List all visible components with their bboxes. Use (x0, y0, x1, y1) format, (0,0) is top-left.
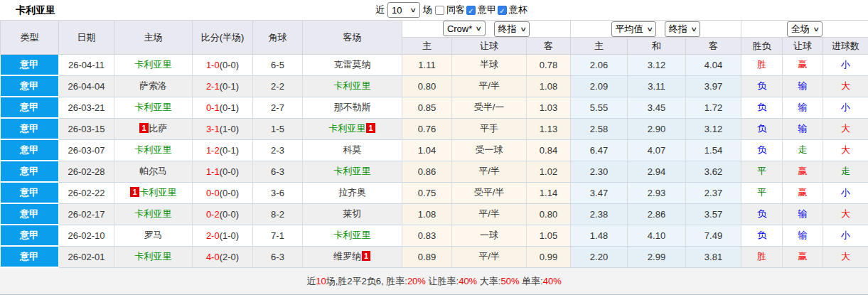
cell-eu-draw-odds: 3.11 (628, 75, 686, 97)
checkbox-label: 同客 (446, 4, 465, 16)
cell-ah-away-odds: 0.78 (527, 55, 571, 76)
cell-eu-home-odds: 2.09 (571, 75, 628, 97)
score-halftime: (0-1) (220, 145, 239, 156)
cell-eu-away-odds: 3.62 (686, 161, 741, 182)
col-header-eu-draw: 和 (628, 38, 686, 55)
cell-ah-away-odds: 1.08 (527, 75, 571, 97)
cell-home-team: 卡利亚里 (114, 203, 193, 225)
cell-eu-away-odds: 2.37 (686, 182, 741, 203)
cell-ah-line: 平手 (452, 118, 527, 139)
cell-date: 26-03-21 (59, 97, 114, 118)
cell-result-handicap: 输 (783, 225, 823, 246)
cell-ah-home-odds: 0.75 (402, 182, 452, 203)
footer-text-segment: 40% (459, 276, 477, 286)
recent-count-value: 10 (392, 5, 402, 16)
table-row: 意甲26-04-04萨索洛2-1(0-1)2-2卡利亚里0.80平/半1.082… (1, 75, 868, 97)
cell-score: 1-0(0-0) (193, 55, 253, 76)
checkbox-icon[interactable] (435, 6, 444, 15)
cell-eu-home-odds: 3.47 (571, 182, 628, 203)
recent-count-select[interactable]: 10 ∨ (387, 2, 420, 18)
score-halftime: (0-0) (220, 166, 239, 177)
eu-time-select[interactable]: 终指 ∨ (665, 21, 701, 37)
team-name: 卡利亚里 (140, 187, 177, 198)
cell-ah-line: 平/半 (452, 161, 527, 182)
cell-eu-draw-odds: 2.94 (628, 161, 686, 182)
cell-eu-draw-odds: 4.10 (628, 225, 686, 246)
filter-checkbox[interactable]: ✓意杯 (498, 4, 527, 16)
col-header-result-goals: 进球数 (823, 38, 868, 55)
cell-ah-away-odds: 0.99 (527, 246, 571, 267)
cell-ah-away-odds: 1.13 (527, 118, 571, 139)
cell-eu-home-odds: 2.06 (571, 55, 628, 76)
ah-time-select[interactable]: 终指 ∨ (494, 21, 530, 37)
cell-eu-home-odds: 2.58 (571, 118, 628, 139)
cell-date: 26-02-01 (59, 246, 114, 267)
cell-home-team: 卡利亚里 (114, 139, 193, 161)
cell-away-team: 卡利亚里 (303, 75, 402, 97)
cell-eu-away-odds: 3.81 (686, 246, 741, 267)
cell-ah-home-odds: 0.86 (402, 161, 452, 182)
team-name: 那不勒斯 (334, 102, 371, 112)
checkbox-label: 意甲 (478, 4, 496, 16)
cell-home-team: 卡利亚里 (114, 246, 193, 267)
cell-ah-line: 受平/半 (452, 182, 527, 203)
match-table-body: 意甲26-04-11卡利亚里1-0(0-0)6-5克雷莫纳1.11半球0.782… (1, 55, 868, 268)
cell-ah-line: 平/半 (452, 75, 527, 97)
cell-score: 4-0(2-0) (193, 246, 253, 267)
cell-result-wdl: 平 (741, 161, 783, 182)
cell-corners: 2-7 (253, 97, 303, 118)
cell-home-team: 卡利亚里 (114, 55, 193, 76)
table-row: 意甲26-02-01卡利亚里4-0(2-0)6-3维罗纳10.89平/半0.99… (1, 246, 868, 267)
cell-ah-home-odds: 1.08 (402, 203, 452, 225)
cell-result-handicap: 输 (783, 203, 823, 225)
team-name: 卡利亚里 (334, 80, 371, 91)
filter-checkbox[interactable]: ✓意甲 (466, 4, 496, 16)
cell-date: 26-02-10 (59, 225, 114, 246)
cell-result-handicap: 走 (783, 139, 823, 161)
result-scope-select[interactable]: 全场 ∨ (787, 21, 823, 37)
score-halftime: (1-0) (220, 230, 239, 241)
team-name: 卡利亚里 (328, 123, 365, 134)
footer-text-segment: 大率: (477, 276, 500, 286)
checkbox-icon[interactable]: ✓ (466, 6, 476, 15)
team-name: 卡利亚里 (135, 251, 172, 262)
cell-league-type: 意甲 (1, 139, 59, 161)
cell-ah-away-odds: 0.84 (527, 139, 571, 161)
team-name: 卡利亚里 (135, 144, 172, 155)
score-halftime: (0-1) (220, 81, 239, 92)
chevron-down-icon: ∨ (410, 6, 417, 14)
cell-ah-home-odds: 1.11 (402, 55, 452, 76)
cell-result-goals: 大 (823, 203, 868, 225)
cell-league-type: 意甲 (1, 182, 59, 203)
team-name: 克雷莫纳 (334, 59, 371, 70)
ah-company-select[interactable]: Crow* ∨ (443, 21, 486, 36)
col-header-away: 客场 (303, 21, 402, 55)
cell-score: 2-0(1-0) (193, 225, 253, 246)
filter-checkboxes: 同客✓意甲✓意杯 (435, 4, 529, 16)
col-header-type: 类型 (1, 21, 59, 55)
cell-result-handicap: 输 (783, 75, 823, 97)
cell-eu-away-odds: 3.12 (686, 118, 741, 139)
team-name: 莱切 (343, 208, 362, 219)
team-name: 卡利亚里 (135, 208, 172, 219)
cell-result-wdl: 负 (741, 75, 783, 97)
eu-company-select[interactable]: 平均值 ∨ (611, 21, 657, 37)
cell-ah-away-odds: 1.03 (527, 97, 571, 118)
filter-checkbox[interactable]: 同客 (435, 4, 465, 16)
team-name: 卡利亚里 (135, 102, 172, 112)
cell-result-goals: 大 (823, 139, 868, 161)
cell-away-team: 科莫 (303, 139, 402, 161)
cell-eu-away-odds: 4.04 (686, 55, 741, 76)
cell-result-handicap: 赢 (783, 246, 823, 267)
cell-home-team: 罗马 (114, 225, 193, 246)
score-fulltime: 3-1 (206, 124, 220, 134)
cell-league-type: 意甲 (1, 75, 59, 97)
cell-result-handicap: 输 (783, 118, 823, 139)
cell-league-type: 意甲 (1, 97, 59, 118)
chevron-down-icon: ∨ (520, 26, 527, 33)
cell-result-goals: 小 (823, 55, 868, 76)
checkbox-icon[interactable]: ✓ (498, 6, 507, 15)
score-fulltime: 0-1 (206, 102, 220, 113)
cell-away-team: 卡利亚里 (303, 225, 402, 246)
col-header-result-handicap: 让球 (783, 38, 823, 55)
